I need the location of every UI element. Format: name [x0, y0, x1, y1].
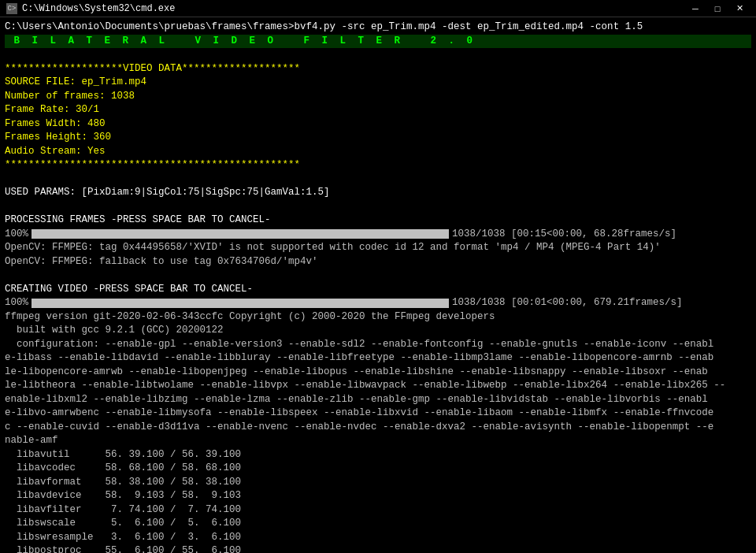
lib4: libavdevice 58. 9.103 / 58. 9.103: [5, 489, 751, 503]
titlebar-title: C:\Windows\System32\cmd.exe: [22, 3, 175, 14]
lib1: libavutil 56. 39.100 / 56. 39.100: [5, 448, 751, 462]
terminal: C:\Users\Antonio\Documents\pruebas\frame…: [0, 17, 756, 553]
progress2-pct: 100%: [5, 296, 28, 310]
audio-stream: Audio Stream: Yes: [5, 145, 751, 159]
titlebar-left: C> C:\Windows\System32\cmd.exe: [6, 3, 175, 14]
processing-label: PROCESSING FRAMES -PRESS SPACE BAR TO CA…: [5, 213, 751, 228]
progress-bar-1-fill: [32, 229, 449, 239]
ffmpeg9: c --enable-cuvid --enable-d3d11va --enab…: [5, 421, 751, 435]
ffmpeg6: le-libtheora --enable-libtwolame --enabl…: [5, 379, 751, 393]
progress1-pct: 100%: [5, 228, 28, 242]
blank3: [5, 200, 751, 214]
cmd-icon: C>: [6, 3, 17, 14]
progress-row-2: 100% 1038/1038 [00:01<00:00, 679.21frame…: [5, 296, 751, 310]
blank2: [5, 173, 751, 187]
creating-label: CREATING VIDEO -PRESS SPACE BAR TO CANCE…: [5, 283, 751, 297]
prompt-line: C:\Users\Antonio\Documents\pruebas\frame…: [5, 20, 751, 35]
progress-row-1: 100% 1038/1038 [00:15<00:00, 68.28frames…: [5, 228, 751, 242]
banner-line: B I L A T E R A L V I D E O F I L T E R …: [5, 35, 751, 49]
blank1: [5, 48, 751, 62]
ffmpeg10: nable-amf: [5, 434, 751, 448]
minimize-button[interactable]: ─: [685, 0, 706, 17]
progress-bar-1: [32, 229, 449, 239]
ffmpeg5: le-libopencore-amrwb --enable-libopenjpe…: [5, 366, 751, 380]
lib7: libswresample 3. 6.100 / 3. 6.100: [5, 531, 751, 545]
frames-height: Frames Height: 360: [5, 131, 751, 145]
ffmpeg1: ffmpeg version git-2020-02-06-343ccfc Co…: [5, 310, 751, 325]
progress-bar-2-fill: [32, 299, 449, 308]
titlebar: C> C:\Windows\System32\cmd.exe ─ □ ✕: [0, 0, 756, 17]
titlebar-controls: ─ □ ✕: [685, 0, 750, 17]
stars1: ********************VIDEO DATA**********…: [5, 62, 751, 76]
frame-rate: Frame Rate: 30/1: [5, 103, 751, 117]
close-button[interactable]: ✕: [729, 0, 750, 17]
opencv1: OpenCV: FFMPEG: tag 0x44495658/'XVID' is…: [5, 241, 751, 255]
ffmpeg3: configuration: --enable-gpl --enable-ver…: [5, 338, 751, 352]
opencv2: OpenCV: FFMPEG: fallback to use tag 0x76…: [5, 255, 751, 269]
lib5: libavfilter 7. 74.100 / 7. 74.100: [5, 503, 751, 518]
progress2-stats: 1038/1038 [00:01<00:00, 679.21frames/s]: [452, 296, 683, 310]
progress1-stats: 1038/1038 [00:15<00:00, 68.28frames/s]: [452, 228, 676, 242]
used-params: USED PARAMS: [PixDiam:9|SigCol:75|SigSpc…: [5, 186, 751, 200]
maximize-button[interactable]: □: [707, 0, 728, 17]
stars2: ****************************************…: [5, 158, 751, 173]
blank4: [5, 269, 751, 283]
lib2: libavcodec 58. 68.100 / 58. 68.100: [5, 462, 751, 476]
lib6: libswscale 5. 6.100 / 5. 6.100: [5, 517, 751, 531]
lib8: libpostproc 55. 6.100 / 55. 6.100: [5, 544, 751, 553]
ffmpeg8: e-libvo-amrwbenc --enable-libmysofa --en…: [5, 406, 751, 421]
ffmpeg2: built with gcc 9.2.1 (GCC) 20200122: [5, 324, 751, 338]
source-file: SOURCE FILE: ep_Trim.mp4: [5, 76, 751, 90]
progress-bar-2: [32, 299, 449, 308]
num-frames: Number of frames: 1038: [5, 90, 751, 104]
ffmpeg7: enable-libxml2 --enable-libzimg --enable…: [5, 393, 751, 407]
frames-width: Frames Width: 480: [5, 117, 751, 132]
ffmpeg4: e-libass --enable-libdavid --enable-libb…: [5, 351, 751, 366]
lib3: libavformat 58. 38.100 / 58. 38.100: [5, 476, 751, 490]
